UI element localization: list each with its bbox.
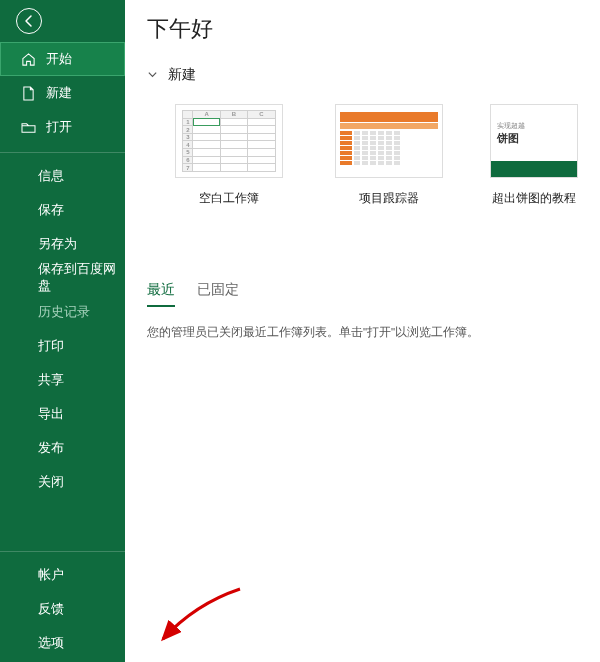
sidebar-item-label: 打印: [38, 338, 64, 355]
sidebar-item-account[interactable]: 帐户: [0, 558, 125, 592]
sidebar-item-label: 信息: [38, 168, 64, 185]
sidebar-item-label: 导出: [38, 406, 64, 423]
template-thumb: [335, 104, 443, 178]
template-pie-tutorial[interactable]: 实现超越 饼图 超出饼图的教程: [489, 104, 579, 207]
sidebar-item-label: 另存为: [38, 236, 77, 253]
sidebar-item-publish[interactable]: 发布: [0, 431, 125, 465]
file-icon: [20, 85, 36, 101]
sidebar-item-label: 反馈: [38, 601, 64, 618]
chevron-down-icon: [147, 67, 158, 83]
template-gallery: ABC 1 2 3 4 5 6 7 空白工作簿: [147, 104, 600, 207]
sidebar-item-history: 历史记录: [0, 295, 125, 329]
template-caption: 项目跟踪器: [359, 190, 419, 207]
nav-divider: [0, 152, 125, 153]
sidebar-item-label: 选项: [38, 635, 64, 652]
thumb-text-line2: 饼图: [497, 131, 571, 146]
nav-divider: [0, 551, 125, 552]
thumb-text-line1: 实现超越: [497, 121, 571, 131]
annotation-arrow-icon: [155, 584, 245, 644]
sidebar-item-label: 关闭: [38, 474, 64, 491]
tab-pinned[interactable]: 已固定: [197, 281, 239, 307]
main-panel: 下午好 新建 ABC 1 2 3 4 5: [125, 0, 600, 662]
recent-tabs: 最近 已固定: [147, 281, 600, 307]
sidebar-item-label: 保存到百度网盘: [38, 261, 125, 295]
back-arrow-icon: [22, 14, 36, 28]
sidebar-item-saveas[interactable]: 另存为: [0, 227, 125, 261]
new-section-heading[interactable]: 新建: [147, 66, 600, 84]
tab-label: 已固定: [197, 282, 239, 297]
sidebar-item-label: 共享: [38, 372, 64, 389]
home-icon: [20, 51, 36, 67]
sidebar-item-new[interactable]: 新建: [0, 76, 125, 110]
sidebar-item-home[interactable]: 开始: [0, 42, 125, 76]
template-thumb: 实现超越 饼图: [490, 104, 578, 178]
sidebar-item-baidu[interactable]: 保存到百度网盘: [0, 261, 125, 295]
sidebar-item-label: 发布: [38, 440, 64, 457]
sidebar-item-label: 打开: [46, 119, 72, 136]
sidebar-item-label: 帐户: [38, 567, 64, 584]
sidebar-item-save[interactable]: 保存: [0, 193, 125, 227]
sidebar-item-options[interactable]: 选项: [0, 626, 125, 660]
sidebar-item-label: 新建: [46, 85, 72, 102]
tab-label: 最近: [147, 282, 175, 297]
sidebar-item-label: 历史记录: [38, 304, 90, 321]
template-caption: 空白工作簿: [199, 190, 259, 207]
sidebar-item-open[interactable]: 打开: [0, 110, 125, 144]
sidebar-item-share[interactable]: 共享: [0, 363, 125, 397]
template-blank-workbook[interactable]: ABC 1 2 3 4 5 6 7 空白工作簿: [169, 104, 289, 207]
section-label: 新建: [168, 66, 196, 84]
back-button[interactable]: [16, 8, 42, 34]
sidebar-item-feedback[interactable]: 反馈: [0, 592, 125, 626]
recent-disabled-message: 您的管理员已关闭最近工作簿列表。单击"打开"以浏览工作簿。: [147, 325, 600, 340]
sidebar-item-info[interactable]: 信息: [0, 159, 125, 193]
folder-icon: [20, 119, 36, 135]
backstage-sidebar: 开始 新建 打开 信息 保存 另存为 保存到百度网盘 历史记录 打印 共享: [0, 0, 125, 662]
sidebar-item-label: 保存: [38, 202, 64, 219]
sidebar-item-label: 开始: [46, 51, 72, 68]
sidebar-item-print[interactable]: 打印: [0, 329, 125, 363]
template-caption: 超出饼图的教程: [492, 190, 576, 207]
template-project-tracker[interactable]: 项目跟踪器: [329, 104, 449, 207]
template-thumb: ABC 1 2 3 4 5 6 7: [175, 104, 283, 178]
sidebar-item-export[interactable]: 导出: [0, 397, 125, 431]
tab-recent[interactable]: 最近: [147, 281, 175, 307]
sidebar-item-close[interactable]: 关闭: [0, 465, 125, 499]
page-title: 下午好: [147, 14, 600, 44]
